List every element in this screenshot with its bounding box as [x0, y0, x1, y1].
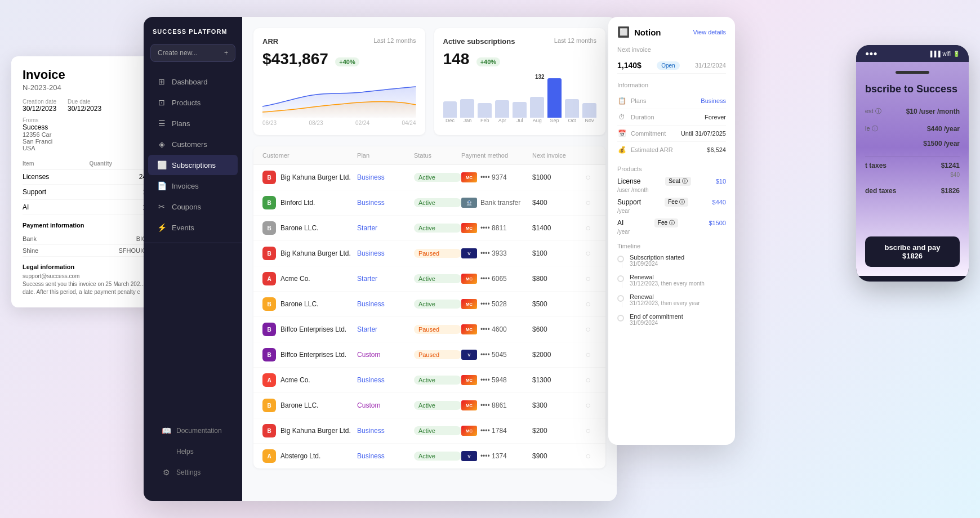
amount-cell: $1300: [532, 376, 580, 384]
sidebar-item-dashboard[interactable]: ⊞Dashboard: [148, 72, 238, 92]
invoice-amount: 1,140$: [617, 61, 642, 70]
table-row[interactable]: A Acme Co. Business Active MC•••• 5948 $…: [253, 368, 605, 393]
view-details-link[interactable]: View details: [693, 29, 727, 35]
row-action-icon[interactable]: ○: [580, 400, 596, 410]
info-value: Business: [701, 97, 726, 104]
row-action-icon[interactable]: ○: [580, 248, 596, 258]
table-row[interactable]: B Biffco Enterprises Ltd. Custom Paused …: [253, 342, 605, 368]
row-action-icon[interactable]: ○: [580, 172, 596, 182]
amount-cell: $300: [532, 401, 580, 409]
payment-method: 🏦Bank transfer: [461, 198, 532, 208]
sidebar-item-helps[interactable]: Helps: [153, 441, 233, 462]
dashboard-icon: ⊞: [157, 77, 166, 86]
sidebar-item-coupons[interactable]: ✂Coupons: [148, 197, 238, 217]
table-row[interactable]: A Acme Co. Starter Active MC•••• 6065 $8…: [253, 266, 605, 292]
row-action-icon[interactable]: ○: [580, 375, 596, 385]
table-row[interactable]: B Barone LLC. Starter Active MC•••• 8811…: [253, 216, 605, 241]
customer-name: Biffco Enterprises Ltd.: [280, 351, 346, 359]
plan-link[interactable]: Business: [357, 249, 414, 257]
status-badge: Active: [414, 300, 461, 309]
amount-cell: $1000: [532, 173, 580, 181]
timeline-list: Subscription started 31/09/2024 Renewal …: [617, 254, 726, 326]
bar-label-Sep: Sep: [547, 118, 562, 123]
col-invoice: Next invoice: [532, 152, 580, 159]
row-action-icon[interactable]: ○: [580, 198, 596, 208]
row-action-icon[interactable]: ○: [580, 350, 596, 360]
bar-label-Feb: Feb: [478, 118, 492, 123]
table-row[interactable]: B Barone LLC. Business Active MC•••• 502…: [253, 292, 605, 317]
sidebar-item-events[interactable]: ⚡Events: [148, 217, 238, 238]
table-row[interactable]: B Big Kahuna Burger Ltd. Business Active…: [253, 165, 605, 190]
info-row: 📋 Plans Business: [617, 93, 726, 109]
plan-link[interactable]: Starter: [357, 224, 414, 232]
sidebar-item-customers[interactable]: ◈Customers: [148, 134, 238, 154]
plan-link[interactable]: Business: [357, 376, 414, 384]
mobile-price-1: est ⓘ$10 /user /month: [865, 105, 960, 118]
table-row[interactable]: B Big Kahuna Burger Ltd. Business Active…: [253, 418, 605, 444]
sidebar-item-documentation[interactable]: 📖Documentation: [153, 421, 233, 441]
products-label: Products: [617, 166, 726, 172]
mastercard-icon: MC: [461, 324, 477, 334]
customer-name: Acme Co.: [280, 376, 310, 384]
sidebar-item-invoices[interactable]: 📄Invoices: [148, 176, 238, 196]
customer-name: Barone LLC.: [280, 224, 318, 232]
invoice-id: N-2023-204: [23, 83, 146, 92]
sidebar-label-products: Products: [172, 99, 201, 107]
table-header: Customer Plan Status Payment method Next…: [253, 146, 605, 165]
sidebar-item-settings[interactable]: ⚙Settings: [153, 462, 233, 483]
bank-icon: 🏦: [461, 198, 477, 208]
plan-link[interactable]: Business: [357, 427, 414, 435]
timeline-title: Subscription started: [630, 254, 726, 261]
payment-method: V•••• 3933: [461, 248, 532, 258]
row-action-icon[interactable]: ○: [580, 426, 596, 436]
row-action-icon[interactable]: ○: [580, 223, 596, 233]
table-row[interactable]: B Biffco Enterprises Ltd. Starter Paused…: [253, 317, 605, 342]
customer-name: Binford Ltd.: [280, 199, 315, 207]
helps-icon: [162, 447, 171, 456]
plan-link[interactable]: Business: [357, 300, 414, 308]
sidebar-item-products[interactable]: ⊡Products: [148, 92, 238, 113]
payment-method: MC•••• 5028: [461, 299, 532, 309]
plan-link[interactable]: Business: [357, 173, 414, 181]
timeline-item: Subscription started 31/09/2024: [617, 254, 726, 268]
customer-name: Big Kahuna Burger Ltd.: [280, 249, 351, 257]
product-row: Support Fee ⓘ $440 /year: [617, 198, 726, 214]
invoice-info-row: 1,140$ Open 31/12/2024: [617, 57, 726, 74]
row-action-icon[interactable]: ○: [580, 324, 596, 334]
row-action-icon[interactable]: ○: [580, 451, 596, 461]
sub-bar-Feb: [478, 103, 492, 118]
bar-label-Dec: Dec: [443, 118, 457, 123]
customer-avatar: B: [262, 297, 276, 311]
amount-cell: $100: [532, 249, 580, 257]
sidebar-label-subscriptions: Subscriptions: [172, 161, 216, 169]
mobile-pill: [896, 71, 929, 74]
amount-cell: $2000: [532, 351, 580, 359]
documentation-icon: 📖: [162, 426, 171, 435]
table-row[interactable]: B Binford Ltd. Business Active 🏦Bank tra…: [253, 190, 605, 216]
row-action-icon[interactable]: ○: [580, 274, 596, 284]
mobile-cta-button[interactable]: bscribe and pay $1826: [865, 236, 960, 267]
row-action-icon[interactable]: ○: [580, 299, 596, 309]
subscription-bars: [443, 73, 597, 118]
plan-link[interactable]: Custom: [357, 401, 414, 409]
table-row[interactable]: A Abstergo Ltd. Business Active V•••• 13…: [253, 444, 605, 468]
timeline-dot: [617, 315, 624, 321]
table-row[interactable]: B Barone LLC. Custom Active MC•••• 8861 …: [253, 393, 605, 418]
plan-link[interactable]: Starter: [357, 275, 414, 283]
plan-link[interactable]: Custom: [357, 351, 414, 359]
create-new-button[interactable]: Create new... +: [150, 44, 235, 62]
sidebar-item-plans[interactable]: ☰Plans: [148, 113, 238, 133]
plan-link[interactable]: Business: [357, 199, 414, 207]
sub-bar-Dec: [443, 101, 457, 118]
arr-period: Last 12 months: [373, 37, 416, 44]
table-row[interactable]: B Big Kahuna Burger Ltd. Business Paused…: [253, 241, 605, 266]
coupons-icon: ✂: [157, 202, 166, 211]
sidebar: SUCCESS PLATFORM Create new... + ⊞Dashbo…: [144, 17, 242, 501]
plan-link[interactable]: Starter: [357, 325, 414, 333]
plan-link[interactable]: Business: [357, 452, 414, 460]
invoice-item-row: AI1: [23, 200, 146, 215]
sidebar-item-subscriptions[interactable]: ⬜Subscriptions: [148, 155, 238, 175]
payment-method: V•••• 1374: [461, 451, 532, 461]
sub-bar-Jul: [513, 102, 527, 118]
invoice-address: 12356 CarSan FranciUSA: [23, 131, 146, 151]
